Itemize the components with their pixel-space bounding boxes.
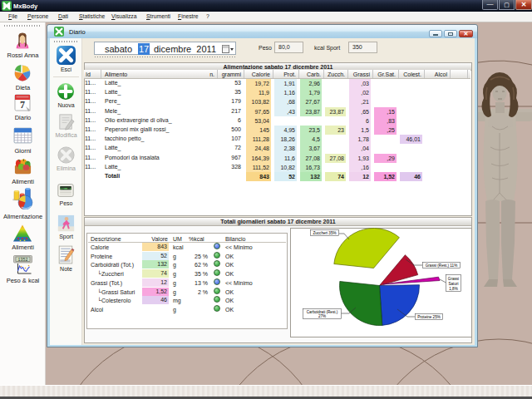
svg-text:1735.2: 1735.2 [60,187,72,190]
svg-text:7: 7 [20,99,25,111]
svg-text:1352: 1352 [17,258,27,263]
